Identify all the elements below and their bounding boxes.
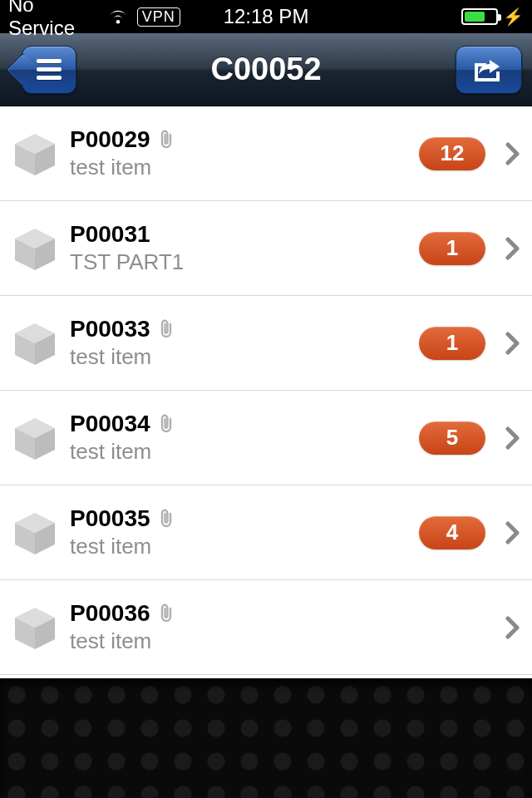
chevron-right-icon [505,426,520,450]
back-menu-button[interactable] [22,46,76,94]
list-item-text: P00036 test item [70,600,407,654]
item-code: P00033 [70,316,150,342]
list-item[interactable]: P00033 test item 1 [0,296,532,391]
chevron-right-icon [505,616,520,639]
chevron-right-icon [505,237,520,260]
attachment-icon [157,509,175,529]
battery-icon [461,8,498,25]
list-item[interactable]: P00031 TST PART1 1 [0,201,532,296]
count-badge: 5 [419,421,485,455]
item-code: P00035 [70,505,150,532]
package-icon [12,604,58,651]
item-code: P00036 [70,600,150,627]
attachment-icon [157,603,175,623]
item-description: test item [70,534,407,559]
share-button[interactable] [456,46,522,94]
list-item[interactable]: P00035 test item 4 [0,485,532,580]
footer-texture [0,678,532,798]
chevron-right-icon [505,521,520,544]
item-code: P00034 [70,411,150,437]
list-item-text: P00035 test item [70,505,407,559]
item-list: P00029 test item 12 P00031 [0,106,532,678]
item-description: test item [70,439,407,465]
list-item[interactable]: P00034 test item 5 [0,391,532,485]
charging-icon: ⚡ [503,7,524,27]
menu-icon [37,59,62,80]
item-description: TST PART1 [70,249,407,275]
list-item-text: P00034 test item [70,411,407,465]
attachment-icon [157,414,175,434]
chevron-right-icon [505,332,520,355]
vpn-indicator: VPN [137,7,180,27]
share-icon [475,58,503,81]
count-badge: 1 [419,327,485,360]
status-bar: No Service VPN 12:18 PM ⚡ [0,0,532,33]
list-item[interactable]: P00036 test item [0,580,532,675]
count-badge: 12 [419,137,485,170]
count-badge: 1 [419,232,485,265]
package-icon [12,225,58,272]
package-icon [12,131,58,177]
item-description: test item [70,155,407,180]
page-title: C00052 [76,52,456,87]
package-icon [12,320,58,367]
package-icon [12,510,58,556]
list-item-text: P00031 TST PART1 [70,221,407,275]
list-item-text: P00029 test item [70,126,407,180]
package-icon [12,415,58,461]
chevron-right-icon [505,142,520,165]
count-badge: 4 [419,516,485,549]
nav-bar: C00052 [0,33,532,106]
list-item-text: P00033 test item [70,316,407,370]
wifi-icon [107,8,129,25]
item-code: P00029 [70,126,150,153]
item-description: test item [70,344,407,370]
attachment-icon [157,319,175,339]
clock: 12:18 PM [180,5,352,28]
item-code: P00031 [70,221,150,248]
attachment-icon [157,130,175,150]
list-item[interactable]: P00029 test item 12 [0,106,532,201]
carrier-text: No Service [8,0,99,40]
item-description: test item [70,628,407,654]
